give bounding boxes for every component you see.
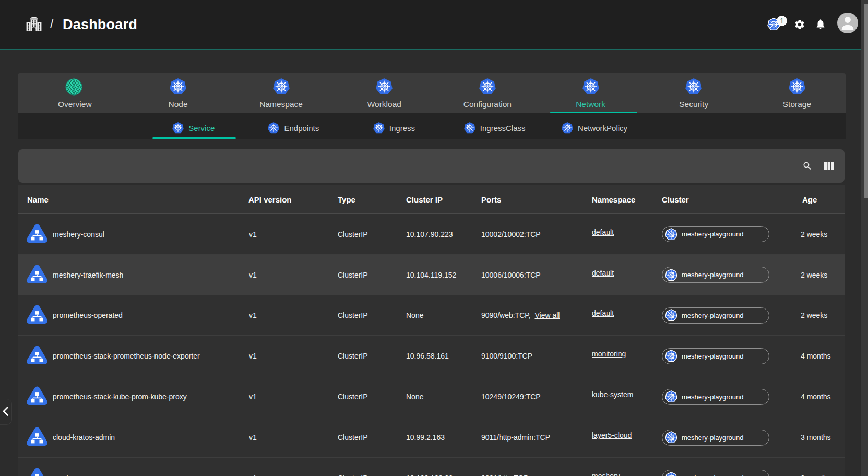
svg-text:1: 1 [780, 17, 784, 25]
